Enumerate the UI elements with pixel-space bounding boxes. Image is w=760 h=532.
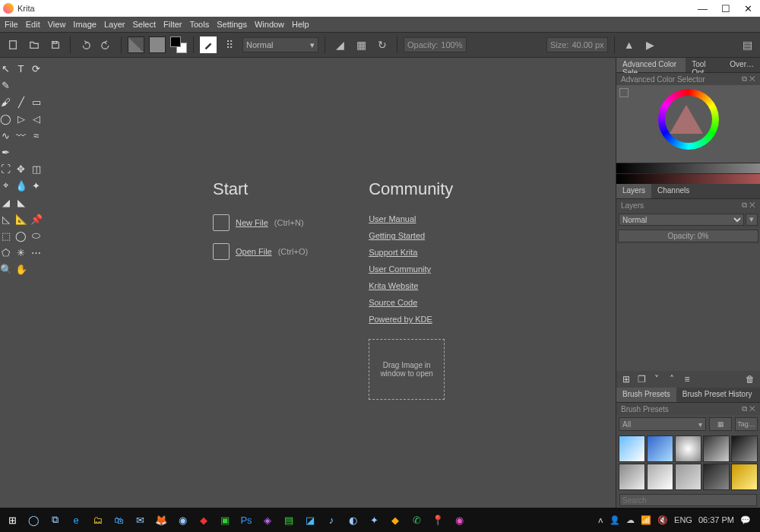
measure-tool-icon[interactable]: 📐 — [15, 213, 27, 225]
open-file-link[interactable]: Open File — [236, 247, 272, 256]
fill-tool-icon[interactable]: ◢ — [0, 196, 12, 208]
transform2-icon[interactable]: ◫ — [30, 163, 43, 175]
zoom-tool-icon[interactable]: 🔍 — [0, 263, 12, 275]
brush-preset-icon[interactable] — [200, 36, 217, 53]
crop-tool-icon[interactable]: ⛶ — [0, 163, 12, 175]
layer-blend-select[interactable]: Normal — [619, 214, 744, 226]
mail-icon[interactable]: ✉ — [131, 511, 149, 529]
shade-slider-1[interactable] — [616, 163, 760, 173]
brush-preset[interactable] — [731, 464, 758, 490]
photoshop-icon[interactable]: Ps — [237, 511, 255, 529]
brush-preset[interactable] — [703, 464, 730, 490]
tray-volume-icon[interactable]: 🔇 — [657, 515, 668, 525]
tab-tool-options[interactable]: Tool Opt… — [686, 58, 724, 72]
workspace-icon[interactable]: ▤ — [739, 36, 755, 53]
menu-edit[interactable]: Edit — [26, 20, 40, 29]
app-icon-9[interactable]: ◆ — [386, 511, 404, 529]
link-user-manual[interactable]: User Manual — [369, 214, 453, 223]
app-icon-1[interactable]: ◆ — [195, 511, 213, 529]
chrome-icon[interactable]: ◉ — [173, 511, 192, 529]
menu-tools[interactable]: Tools — [190, 20, 210, 29]
freehand-tool-icon[interactable]: 〰 — [15, 129, 27, 141]
add-layer-icon[interactable]: ⊞ — [621, 374, 632, 385]
move-up-icon[interactable]: ˄ — [667, 374, 677, 385]
link-support-krita[interactable]: Support Krita — [369, 248, 453, 257]
menu-settings[interactable]: Settings — [217, 20, 247, 29]
delete-layer-icon[interactable]: 🗑 — [745, 374, 755, 385]
brush-tool-icon[interactable]: 🖌 — [0, 96, 12, 108]
pan-tool-icon[interactable]: ✋ — [15, 263, 27, 275]
drop-zone[interactable]: Drag Image in window to open — [369, 339, 445, 400]
ellipse-select-icon[interactable]: ◯ — [15, 230, 27, 242]
minimize-button[interactable]: — — [698, 3, 708, 14]
bezier-tool-icon[interactable]: ∿ — [0, 129, 12, 141]
tray-lang[interactable]: ENG — [674, 515, 692, 524]
edge-icon[interactable]: e — [67, 511, 85, 529]
pattern-swatch[interactable] — [149, 36, 166, 53]
text-tool-icon[interactable]: T — [15, 62, 27, 74]
reference-tool-icon[interactable]: 📌 — [30, 213, 43, 225]
firefox-icon[interactable]: 🦊 — [152, 511, 170, 529]
line-tool-icon[interactable]: ╱ — [15, 96, 27, 108]
blend-mode-select[interactable]: Normal▾ — [242, 37, 318, 52]
brush-preset[interactable] — [731, 435, 758, 462]
link-source-code[interactable]: Source Code — [369, 298, 453, 307]
brush-preset[interactable] — [647, 464, 673, 490]
shade-slider-2[interactable] — [616, 173, 760, 184]
tray-notifications-icon[interactable]: 💬 — [740, 515, 751, 525]
ellipse-tool-icon[interactable]: ◯ — [0, 112, 12, 125]
tab-brush-history[interactable]: Brush Preset History — [676, 388, 758, 402]
tray-network-icon[interactable]: 📶 — [641, 515, 651, 525]
tray-chevron-icon[interactable]: ʌ — [598, 515, 603, 525]
polyline-tool-icon[interactable]: ◁ — [30, 112, 43, 125]
tab-brush-presets[interactable]: Brush Presets — [616, 388, 676, 402]
gradient-tool-icon[interactable]: ◣ — [15, 196, 27, 208]
maximize-button[interactable]: ☐ — [721, 3, 730, 14]
mirror-h-icon[interactable]: ▲ — [621, 36, 638, 53]
menu-help[interactable]: Help — [292, 20, 309, 29]
brush-editor-icon[interactable]: ⠿ — [221, 36, 238, 53]
undo-icon[interactable] — [77, 36, 93, 53]
tray-people-icon[interactable]: 👤 — [610, 515, 620, 525]
whatsapp-icon[interactable]: ✆ — [407, 511, 426, 529]
link-powered-by-kde[interactable]: Powered by KDE — [369, 315, 453, 324]
poly-select-icon[interactable]: ⬠ — [0, 246, 12, 258]
tab-color-selector[interactable]: Advanced Color Sele… — [616, 58, 686, 72]
close-button[interactable]: ✕ — [744, 3, 752, 14]
color-triangle[interactable] — [670, 105, 703, 134]
link-user-community[interactable]: User Community — [369, 264, 453, 274]
size-spinner[interactable]: Size: 40.00 px — [546, 37, 608, 52]
free-select-icon[interactable]: ⬭ — [30, 230, 43, 242]
tray-onedrive-icon[interactable]: ☁ — [626, 515, 635, 525]
brush-search-input[interactable] — [619, 494, 757, 506]
menu-window[interactable]: Window — [255, 20, 284, 29]
move-down-icon[interactable]: ˅ — [651, 374, 662, 385]
move-tool-icon[interactable]: ↖ — [0, 62, 12, 74]
filter-icon[interactable]: ▾ — [746, 214, 758, 226]
brush-panel-controls-icon[interactable]: ⧉ ✕ — [742, 404, 755, 413]
start-menu-icon[interactable]: ⊞ — [3, 511, 21, 529]
explorer-icon[interactable]: 🗂 — [88, 511, 106, 529]
brush-preset[interactable] — [619, 435, 645, 462]
open-doc-icon[interactable] — [26, 36, 43, 53]
link-krita-website[interactable]: Krita Website — [369, 281, 453, 290]
move-layer-icon[interactable]: ✥ — [15, 163, 27, 175]
layers-panel-controls-icon[interactable]: ⧉ ✕ — [742, 201, 755, 210]
opacity-spinner[interactable]: Opacity: 100% — [404, 37, 467, 52]
menu-view[interactable]: View — [48, 20, 66, 29]
color-config-icon[interactable] — [619, 88, 629, 97]
cortana-icon[interactable]: ◯ — [24, 511, 43, 529]
redo-icon[interactable] — [98, 36, 115, 53]
reload-icon[interactable]: ↻ — [374, 36, 391, 53]
new-doc-icon[interactable] — [5, 36, 21, 53]
save-icon[interactable] — [47, 36, 64, 53]
alpha-lock-icon[interactable]: ▦ — [353, 36, 369, 53]
app-icon-6[interactable]: ♪ — [322, 511, 340, 529]
assist-tool-icon[interactable]: ◺ — [0, 213, 12, 225]
tab-overview[interactable]: Over… — [724, 58, 760, 72]
color-selector-panel[interactable] — [616, 85, 760, 184]
menu-select[interactable]: Select — [132, 20, 156, 29]
eraser-icon[interactable]: ◢ — [331, 36, 348, 53]
color-picker-icon[interactable]: ⌖ — [0, 179, 12, 192]
app-icon-3[interactable]: ◈ — [258, 511, 277, 529]
